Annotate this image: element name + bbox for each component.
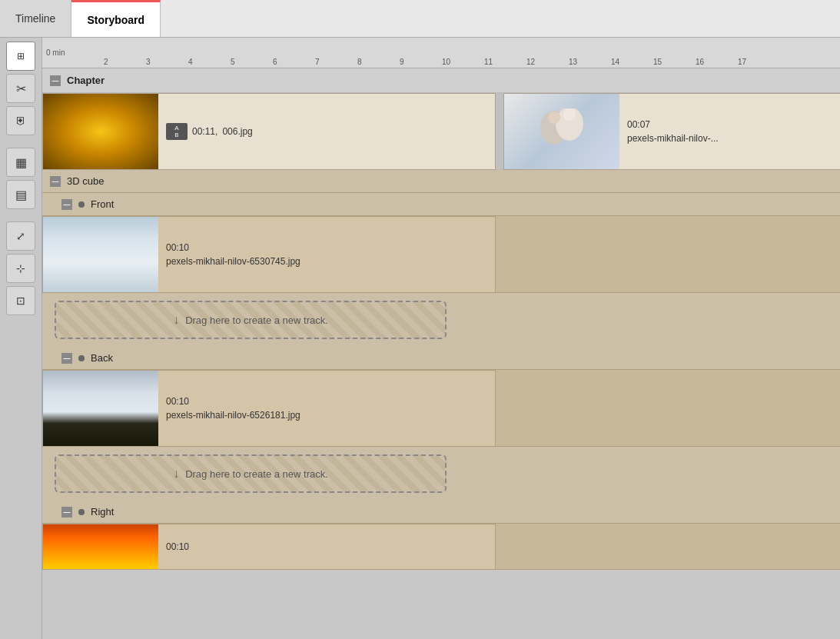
right-clip-info: 00:10 (158, 537, 197, 557)
right-clip[interactable]: 00:10 (42, 524, 496, 570)
svg-point-3 (563, 108, 576, 121)
ruler-mark-10: 10 (442, 58, 450, 66)
back-subtrack: — Back 00:10 pexels-mikhail-nilov-652618… (42, 347, 840, 501)
front-header: — Front (42, 193, 840, 216)
ruler-mark-2: 2 (104, 58, 108, 66)
layout-tool-2-btn[interactable]: ▤ (6, 180, 35, 209)
main-clip-2[interactable]: 00:07 pexels-mikhail-nilov-... (503, 93, 840, 170)
back-clip-info: 00:10 pexels-mikhail-nilov-6526181.jpg (158, 391, 308, 425)
right-title: Right (91, 506, 114, 518)
tab-timeline[interactable]: Timeline (0, 0, 71, 37)
clip2-thumbnail (504, 94, 619, 169)
front-clip[interactable]: 00:10 pexels-mikhail-nilov-6530745.jpg (42, 216, 496, 293)
chapter-header: — Chapter (42, 68, 840, 93)
cut-icon: ✂ (16, 82, 26, 96)
front-clip-time: 00:10 (166, 242, 300, 253)
clip2-name: pexels-mikhail-nilov-... (627, 133, 719, 144)
layout1-icon: ▦ (15, 155, 27, 170)
shield-tool-btn[interactable]: ⛨ (6, 106, 35, 135)
frame-tool-btn[interactable]: ⊡ (6, 286, 35, 315)
back-drag-area: ↓ Drag here to create a new track. (42, 447, 840, 501)
ruler-mark-7: 7 (315, 58, 320, 66)
ruler-marks: 2 3 4 5 6 7 8 9 10 11 12 13 14 15 16 17 (104, 38, 840, 68)
front-clip-thumb (43, 217, 158, 292)
main-area: ⊞ ✂ ⛨ ▦ ▤ ⤢ ⊹ ⊡ 0 min (0, 38, 840, 639)
ruler-mark-5: 5 (231, 58, 235, 66)
drag-down-icon-front: ↓ (173, 313, 179, 327)
right-clip-row: 00:10 (42, 524, 840, 570)
snap-icon: ⊞ (17, 51, 25, 62)
back-clip-time: 00:10 (166, 396, 300, 407)
back-title: Back (91, 352, 113, 364)
back-clip-row: 00:10 pexels-mikhail-nilov-6526181.jpg (42, 370, 840, 447)
back-clip-thumb (43, 371, 158, 446)
chapter-collapse-btn[interactable]: — (50, 75, 61, 86)
ruler-mark-3: 3 (146, 58, 151, 66)
back-drag-label: Drag here to create a new track. (185, 468, 328, 480)
ruler-mark-17: 17 (738, 58, 746, 66)
front-clip-row: 00:10 pexels-mikhail-nilov-6530745.jpg (42, 216, 840, 293)
right-clip-time: 00:10 (166, 541, 189, 552)
front-clip-info: 00:10 pexels-mikhail-nilov-6530745.jpg (158, 238, 308, 271)
front-subtrack: — Front 00:10 pexels-mikhail-nilov-65307… (42, 193, 840, 347)
ruler-mark-9: 9 (400, 58, 404, 66)
clip1-time: 00:11, (192, 126, 217, 137)
expand-tool-btn[interactable]: ⤢ (6, 221, 35, 251)
back-clip-name: pexels-mikhail-nilov-6526181.jpg (166, 410, 300, 421)
timeline-ruler: 0 min 2 3 4 5 6 7 8 9 10 11 12 13 14 15 … (42, 38, 840, 68)
front-drag-zone: ↓ Drag here to create a new track. (55, 301, 447, 339)
clip1-info: AB 00:11, 006.jpg (158, 118, 261, 145)
left-toolbar: ⊞ ✂ ⛨ ▦ ▤ ⤢ ⊹ ⊡ (0, 38, 42, 639)
tracks-area[interactable]: — Chapter AB 00:11, 006.jpg (42, 68, 840, 639)
main-track-row: AB 00:11, 006.jpg (42, 93, 840, 170)
ruler-mark-6: 6 (273, 58, 277, 66)
cut-tool-btn[interactable]: ✂ (6, 74, 35, 103)
main-clip-1[interactable]: AB 00:11, 006.jpg (42, 93, 496, 170)
ruler-mark-11: 11 (484, 58, 493, 66)
snap-tool-btn[interactable]: ⊞ (6, 42, 35, 71)
ruler-mark-15: 15 (653, 58, 662, 66)
svg-point-2 (548, 111, 560, 124)
chapter-title: Chapter (67, 75, 105, 86)
tab-storyboard[interactable]: Storyboard (71, 0, 161, 37)
back-header: — Back (42, 347, 840, 370)
ruler-mark-16: 16 (696, 58, 704, 66)
back-clip[interactable]: 00:10 pexels-mikhail-nilov-6526181.jpg (42, 370, 496, 447)
right-dot (78, 509, 85, 515)
pointer-tool-btn[interactable]: ⊹ (6, 254, 35, 283)
front-clip-name: pexels-mikhail-nilov-6530745.jpg (166, 256, 300, 267)
ab-badge: AB (166, 123, 188, 140)
front-drag-area: ↓ Drag here to create a new track. (42, 293, 840, 347)
ruler-mark-8: 8 (357, 58, 362, 66)
ruler-toolbar: 0 min (42, 48, 104, 57)
clip2-info: 00:07 pexels-mikhail-nilov-... (619, 115, 726, 148)
ruler-mark-14: 14 (611, 58, 619, 66)
back-dot (78, 355, 85, 361)
back-drag-zone: ↓ Drag here to create a new track. (55, 454, 447, 493)
layout-tool-1-btn[interactable]: ▦ (6, 148, 35, 177)
front-drag-label: Drag here to create a new track. (185, 315, 328, 326)
front-dot (78, 201, 85, 208)
ruler-mark-12: 12 (526, 58, 535, 66)
tab-bar: Timeline Storyboard (0, 0, 840, 38)
ruler-zero-label: 0 min (46, 48, 65, 57)
right-subtrack: — Right 00:10 (42, 501, 840, 570)
front-title: Front (91, 198, 114, 210)
front-collapse-btn[interactable]: — (61, 199, 72, 210)
ruler-mark-4: 4 (188, 58, 193, 66)
right-collapse-btn[interactable]: — (61, 507, 72, 518)
clip1-thumbnail (43, 94, 158, 169)
couple-svg (531, 108, 593, 155)
back-collapse-btn[interactable]: — (61, 353, 72, 364)
content-area: 0 min 2 3 4 5 6 7 8 9 10 11 12 13 14 15 … (42, 38, 840, 639)
3dcube-collapse-btn[interactable]: — (50, 176, 61, 187)
pointer-icon: ⊹ (16, 262, 25, 275)
3dcube-title: 3D cube (67, 175, 104, 187)
right-clip-thumb (43, 524, 158, 569)
right-header: — Right (42, 501, 840, 524)
layout2-icon: ▤ (15, 188, 27, 202)
drag-down-icon-back: ↓ (173, 467, 179, 481)
frame-icon: ⊡ (16, 295, 25, 307)
3dcube-group: — 3D cube — Front (42, 170, 840, 570)
expand-icon: ⤢ (16, 230, 25, 242)
